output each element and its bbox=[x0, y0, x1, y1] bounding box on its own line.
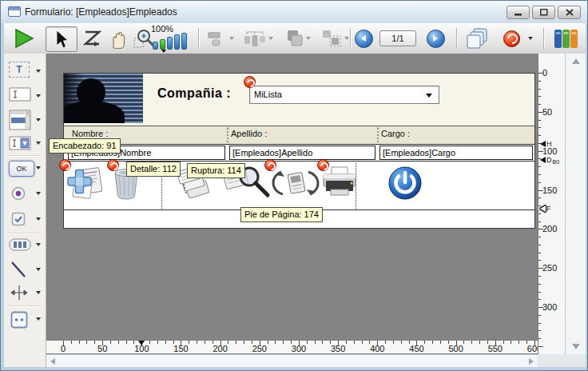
add-record-event-badge[interactable] bbox=[59, 159, 71, 171]
refresh-record-event-badge[interactable] bbox=[264, 159, 276, 171]
h-ruler-tick bbox=[228, 341, 228, 344]
vertical-scrollbar[interactable] bbox=[565, 54, 586, 354]
form-page[interactable]: Compañia : MiLista Nombre : Apellido : C… bbox=[63, 73, 535, 229]
buttongrid-tool-dropdown[interactable] bbox=[36, 243, 41, 246]
object-tool-palette: T OK bbox=[4, 54, 46, 367]
zoom-bar-400[interactable] bbox=[174, 34, 180, 50]
close-button[interactable] bbox=[558, 6, 581, 19]
zoom-bar-800[interactable] bbox=[181, 33, 187, 50]
v-ruler-tick bbox=[538, 330, 541, 331]
nombre-header-label[interactable]: Nombre : bbox=[72, 129, 108, 138]
align-tool-button[interactable] bbox=[204, 26, 236, 50]
apellido-header-label[interactable]: Apellido : bbox=[231, 129, 267, 138]
cargo-field[interactable]: [Empleados]Cargo bbox=[379, 146, 533, 160]
minimize-button[interactable] bbox=[507, 6, 530, 19]
layer-dropdown-arrow[interactable] bbox=[306, 37, 311, 40]
line-tool[interactable] bbox=[8, 261, 43, 281]
maximize-button[interactable] bbox=[532, 6, 555, 19]
button-tool-dropdown[interactable] bbox=[36, 166, 41, 170]
layer-tool-button[interactable] bbox=[279, 26, 314, 50]
delete-record-event-badge[interactable] bbox=[107, 159, 119, 171]
button-tool[interactable]: OK bbox=[8, 161, 43, 182]
add-record-button[interactable] bbox=[67, 166, 104, 201]
splitter-tool[interactable] bbox=[8, 285, 43, 305]
company-combobox[interactable]: MiLista bbox=[249, 86, 439, 104]
encabezado-band-marker[interactable]: Encabezado: 91 bbox=[49, 138, 121, 154]
zoom-bar-200[interactable] bbox=[167, 37, 173, 50]
horizontal-scrollbar[interactable] bbox=[46, 354, 538, 367]
plugin-tool-dropdown[interactable] bbox=[36, 317, 41, 321]
splitter-tool-dropdown[interactable] bbox=[36, 291, 41, 294]
zoom-bar-100[interactable] bbox=[160, 39, 165, 50]
event-badge-button[interactable] bbox=[501, 26, 522, 50]
v-ruler-tick bbox=[538, 120, 541, 121]
h-ruler-label: 350 bbox=[331, 344, 345, 353]
zoom-bar-50[interactable] bbox=[153, 42, 158, 50]
v-ruler-tick bbox=[538, 166, 541, 167]
scroll-down-icon[interactable] bbox=[572, 344, 580, 349]
employee-photo[interactable] bbox=[64, 74, 143, 123]
badge-dropdown-button[interactable] bbox=[525, 26, 536, 50]
distribute-tool-button[interactable] bbox=[240, 26, 276, 50]
band-position-marker-f[interactable]: F bbox=[540, 205, 551, 213]
print-record-button[interactable] bbox=[320, 166, 360, 201]
h-ruler-tick bbox=[354, 341, 355, 344]
combobox-tool-dropdown[interactable] bbox=[36, 142, 41, 145]
h-ruler: 050100150200250300350400450500550600 bbox=[46, 340, 538, 354]
input-tool-dropdown[interactable] bbox=[36, 94, 41, 98]
scroll-up-icon[interactable] bbox=[572, 58, 580, 64]
print-record-event-badge[interactable] bbox=[317, 159, 329, 171]
line-tool-dropdown[interactable] bbox=[36, 268, 41, 271]
radio-tool[interactable] bbox=[8, 186, 43, 207]
selection-tool-button[interactable] bbox=[46, 26, 77, 52]
checkbox-tool[interactable] bbox=[8, 212, 43, 233]
duplicate-icon bbox=[320, 29, 343, 48]
band-position-marker-d[interactable]: DB0 bbox=[540, 156, 559, 164]
refresh-record-button[interactable] bbox=[270, 166, 321, 201]
combobox-arrow-icon[interactable] bbox=[426, 94, 432, 98]
cargo-header-label[interactable]: Cargo : bbox=[381, 129, 410, 138]
company-label[interactable]: Compañia : bbox=[157, 86, 231, 101]
zoom-level-bars[interactable] bbox=[153, 33, 187, 50]
duplicate-dropdown-arrow[interactable] bbox=[344, 37, 349, 40]
scroll-left-icon[interactable] bbox=[50, 358, 55, 365]
text-tool[interactable]: T bbox=[8, 62, 43, 82]
distribute-dropdown-arrow[interactable] bbox=[268, 37, 273, 40]
combobox-event-badge[interactable] bbox=[244, 76, 256, 88]
h-ruler-tick bbox=[307, 341, 308, 344]
v-ruler-tick bbox=[538, 135, 541, 136]
text-tool-icon: T bbox=[9, 62, 30, 78]
execute-form-button[interactable] bbox=[12, 26, 36, 50]
scroll-right-icon[interactable] bbox=[529, 358, 534, 365]
align-dropdown-arrow[interactable] bbox=[229, 37, 234, 40]
previous-page-button[interactable] bbox=[354, 26, 373, 50]
plugin-tool[interactable] bbox=[8, 311, 43, 332]
buttongrid-tool[interactable] bbox=[8, 238, 43, 259]
main-toolbar: 100% 1/1 bbox=[4, 23, 586, 54]
v-ruler-tick bbox=[538, 174, 541, 175]
apellido-field[interactable]: [Empleados]Apellido bbox=[229, 146, 375, 160]
explorer-button[interactable] bbox=[550, 26, 581, 50]
input-tool[interactable] bbox=[8, 86, 43, 107]
radio-tool-dropdown[interactable] bbox=[36, 192, 41, 195]
combobox-tool[interactable] bbox=[8, 136, 43, 157]
window-controls bbox=[507, 6, 581, 19]
pie-band-marker[interactable]: Pie de Página: 174 bbox=[240, 207, 323, 222]
form-pages-button[interactable] bbox=[464, 26, 493, 50]
design-canvas[interactable]: Compañia : MiLista Nombre : Apellido : C… bbox=[46, 54, 538, 340]
next-page-button[interactable] bbox=[426, 26, 445, 50]
ruptura-band-marker[interactable]: Ruptura: 114 bbox=[187, 163, 245, 178]
page-indicator[interactable]: 1/1 bbox=[379, 30, 416, 46]
entry-order-tool-button[interactable] bbox=[81, 26, 105, 50]
detalle-band-marker[interactable]: Detalle: 112 bbox=[126, 162, 181, 177]
refresh-record-icon bbox=[270, 166, 321, 201]
hand-tool-button[interactable] bbox=[106, 26, 130, 50]
listbox-tool[interactable] bbox=[8, 110, 43, 132]
band-marker-triangle-icon bbox=[540, 141, 546, 147]
power-quit-button[interactable] bbox=[387, 166, 423, 201]
listbox-tool-dropdown[interactable] bbox=[36, 118, 41, 122]
text-tool-dropdown[interactable] bbox=[36, 70, 41, 73]
band-position-marker-h[interactable]: H bbox=[540, 140, 552, 148]
duplicate-tool-button[interactable] bbox=[317, 26, 352, 50]
checkbox-tool-dropdown[interactable] bbox=[36, 217, 41, 221]
